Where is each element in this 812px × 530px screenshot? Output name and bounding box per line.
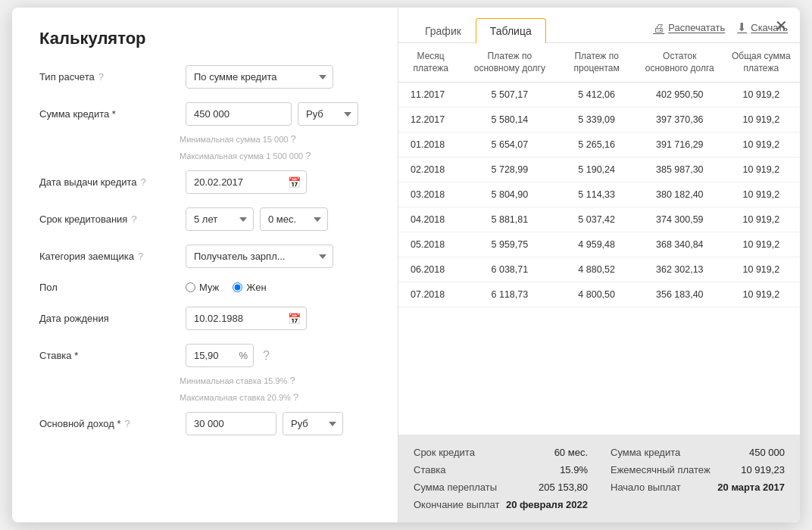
borrower-controls: Получатель зарпл... Стандарт (186, 245, 373, 268)
table-cell: 11.2017 (398, 83, 463, 108)
gender-female-radio[interactable] (233, 282, 242, 292)
loan-amount-input[interactable] (186, 102, 292, 126)
hint-min-icon[interactable]: ? (290, 133, 295, 145)
summary-label: Сумма переплаты (414, 482, 497, 493)
borrower-label: Категория заемщика ? (39, 251, 180, 262)
term-months-select[interactable]: 0 мес. 1 мес. 2 мес. 3 мес. 6 мес. 9 мес… (260, 207, 328, 231)
rate-hint-max: Максимальная ставка 20.9% ? (180, 390, 373, 405)
summary-label: Срок кредита (414, 447, 475, 458)
calculator-modal: ✕ Калькулятор Тип расчета ? По сумме кре… (12, 8, 800, 522)
tabs-bar: График Таблица 🖨 Распечатать ⬇ Скачать (398, 8, 800, 43)
rate-help-icon[interactable]: ? (263, 349, 270, 363)
table-header-row: Месяц платежа Платеж по основному долгу … (398, 43, 800, 83)
birthdate-controls: 📅 (186, 307, 373, 330)
table-cell: 5 412,06 (556, 83, 637, 108)
table-row: 06.20186 038,714 880,52362 302,1310 919,… (398, 257, 800, 282)
table-cell: 5 265,16 (556, 132, 637, 157)
right-panel: График Таблица 🖨 Распечатать ⬇ Скачать (398, 8, 800, 522)
hint-max-icon[interactable]: ? (305, 150, 311, 161)
summary-value: 10 919,23 (741, 464, 785, 475)
term-help-icon[interactable]: ? (131, 214, 136, 225)
borrower-select[interactable]: Получатель зарпл... Стандарт (186, 245, 333, 268)
birthdate-wrapper: 📅 (186, 307, 307, 330)
summary-value: 15.9% (560, 464, 588, 475)
issue-date-row: Дата выдачи кредита ? 📅 (39, 170, 373, 194)
payment-table: Месяц платежа Платеж по основному долгу … (398, 43, 800, 307)
table-cell: 6 038,71 (463, 257, 556, 282)
table-cell: 03.2018 (398, 182, 463, 207)
table-cell: 02.2018 (398, 157, 463, 182)
rate-hint-min-icon[interactable]: ? (289, 375, 295, 386)
income-currency-select[interactable]: Руб USD EUR (283, 412, 343, 435)
table-cell: 5 339,09 (556, 108, 637, 132)
table-cell: 374 300,59 (637, 207, 723, 232)
table-cell: 356 183,40 (637, 282, 723, 307)
col-month: Месяц платежа (398, 43, 463, 83)
table-cell: 10 919,2 (723, 157, 800, 182)
rate-wrapper: % (186, 344, 254, 367)
table-body: 11.20175 507,175 412,06402 950,5010 919,… (398, 83, 800, 307)
table-cell: 10 919,2 (723, 132, 800, 157)
tab-actions: 🖨 Распечатать ⬇ Скачать (653, 20, 788, 40)
calc-type-controls: По сумме кредита По платежу (186, 65, 373, 89)
table-cell: 368 340,84 (637, 232, 723, 257)
print-action[interactable]: 🖨 Распечатать (653, 21, 725, 34)
summary-row: Ежемесячный платеж 10 919,23 (611, 463, 785, 477)
table-row: 01.20185 654,075 265,16391 716,2910 919,… (398, 132, 800, 157)
summary-label: Окончание выплат (414, 499, 499, 510)
summary-value: 20 февраля 2022 (506, 499, 588, 510)
issue-date-controls: 📅 (186, 170, 373, 194)
gender-controls: Муж Жен (186, 282, 373, 293)
tab-grafik[interactable]: График (411, 18, 476, 43)
table-cell: 10 919,2 (723, 257, 800, 282)
table-row: 03.20185 804,905 114,33380 182,4010 919,… (398, 182, 800, 207)
currency-select[interactable]: Руб USD EUR (298, 102, 358, 126)
table-wrapper[interactable]: Месяц платежа Платеж по основному долгу … (398, 43, 800, 435)
calc-type-row: Тип расчета ? По сумме кредита По платеж… (39, 65, 373, 89)
issue-date-label: Дата выдачи кредита ? (39, 176, 180, 188)
rate-hint-max-icon[interactable]: ? (293, 391, 298, 403)
rate-label: Ставка * (39, 350, 180, 361)
gender-male-radio[interactable] (186, 282, 195, 292)
term-row: Срок кредитования ? 5 лет 1 лет 2 лет 3 … (39, 207, 373, 231)
col-total: Общая сумма платежа (723, 43, 800, 83)
table-cell: 10 919,2 (723, 108, 800, 132)
table-cell: 10 919,2 (723, 232, 800, 257)
birthdate-input[interactable] (186, 307, 307, 330)
income-input[interactable] (186, 412, 276, 435)
calc-type-select[interactable]: По сумме кредита По платежу (186, 65, 333, 89)
percent-icon: % (239, 350, 248, 361)
gender-male-option[interactable]: Муж (186, 282, 219, 293)
rate-controls: % ? (186, 344, 373, 367)
table-cell: 397 370,36 (637, 108, 723, 132)
table-cell: 10 919,2 (723, 207, 800, 232)
table-cell: 5 728,99 (463, 157, 556, 182)
gender-female-option[interactable]: Жен (233, 282, 266, 293)
issue-date-input[interactable] (186, 170, 307, 194)
table-cell: 12.2017 (398, 108, 463, 132)
issue-date-help-icon[interactable]: ? (141, 176, 146, 188)
table-cell: 4 880,52 (556, 257, 637, 282)
col-remainder: Остаток основного долга (637, 43, 723, 83)
loan-hint-max: Максимальная сумма 1 500 000 ? (180, 148, 373, 164)
tab-tablica[interactable]: Таблица (476, 18, 546, 43)
rate-row: Ставка * % ? (39, 344, 373, 367)
term-years-select[interactable]: 5 лет 1 лет 2 лет 3 лет 4 лет 6 лет 7 ле… (186, 207, 254, 231)
income-help-icon[interactable]: ? (124, 418, 130, 429)
table-cell: 04.2018 (398, 207, 463, 232)
summary-row: Окончание выплат 20 февраля 2022 (414, 497, 588, 512)
table-cell: 5 959,75 (463, 232, 556, 257)
income-row: Основной доход * ? Руб USD EUR (39, 412, 373, 435)
table-cell: 5 114,33 (556, 182, 637, 207)
table-cell: 5 190,24 (556, 157, 637, 182)
table-cell: 07.2018 (398, 282, 463, 307)
loan-hint-block: Минимальная сумма 15 000 ? Максимальная … (180, 132, 373, 163)
close-button[interactable]: ✕ (775, 17, 788, 35)
borrower-help-icon[interactable]: ? (138, 251, 143, 262)
calc-type-help-icon[interactable]: ? (98, 71, 104, 83)
summary-value: 60 мес. (554, 447, 588, 458)
table-row: 11.20175 507,175 412,06402 950,5010 919,… (398, 83, 800, 108)
summary-label: Сумма кредита (611, 447, 680, 458)
gender-label: Пол (39, 282, 180, 293)
gender-radio-group: Муж Жен (186, 282, 267, 293)
